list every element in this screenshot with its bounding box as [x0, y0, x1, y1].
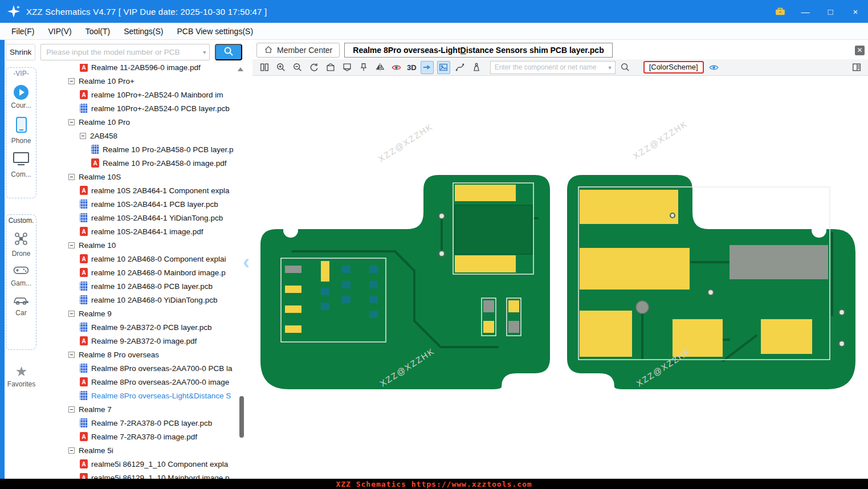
- collapse-expander-icon[interactable]: [68, 242, 75, 248]
- pin-icon[interactable]: [357, 61, 370, 74]
- pcb-pad-teal[interactable]: [369, 266, 378, 273]
- tree-file-row[interactable]: Realme 11-2AB596-0 image.pdf: [38, 64, 245, 74]
- menu-file[interactable]: File(F): [5, 27, 41, 36]
- pcb-pad-yellow[interactable]: [580, 190, 678, 224]
- tree-folder-row[interactable]: Realme 8 Pro overseas: [38, 348, 245, 361]
- tree-folder-row[interactable]: 2AB458: [38, 129, 245, 142]
- collapse-expander-icon[interactable]: [68, 311, 75, 317]
- tree-file-row[interactable]: realme 10S-2AB464-1 image.pdf: [38, 225, 245, 238]
- menu-pcb-view-settings[interactable]: PCB View settings(S): [170, 27, 260, 36]
- tree-file-row[interactable]: Realme 9-2AB372-0 image.pdf: [38, 334, 245, 348]
- close-button[interactable]: ×: [843, 0, 868, 23]
- collapse-expander-icon[interactable]: [68, 78, 75, 84]
- license-icon[interactable]: [768, 0, 793, 23]
- collapse-expander-icon[interactable]: [80, 133, 86, 139]
- tree-file-row[interactable]: Realme 8Pro overseas-2AA700-0 PCB la: [38, 361, 245, 375]
- collapse-expander-icon[interactable]: [68, 174, 75, 180]
- pcb-pad-yellow[interactable]: [321, 261, 329, 282]
- tree-folder-row[interactable]: Realme 10: [38, 238, 245, 252]
- sidebar-item-car[interactable]: Car: [6, 295, 36, 317]
- image-overlay-icon[interactable]: [437, 61, 450, 74]
- collapse-expander-icon[interactable]: [68, 119, 75, 125]
- tree-file-row[interactable]: realme 10Pro+-2AB524-0 PCB layer.pcb: [38, 101, 245, 115]
- pcb-pad-teal[interactable]: [321, 288, 329, 295]
- curve-icon[interactable]: [454, 61, 467, 74]
- scroll-up-icon[interactable]: [238, 67, 243, 71]
- menu-vip[interactable]: VIP(V): [41, 27, 78, 36]
- maximize-button[interactable]: □: [818, 0, 843, 23]
- pcb-pad-gray[interactable]: [483, 300, 494, 312]
- pcb-via[interactable]: [439, 213, 445, 219]
- tree-file-row[interactable]: realme5i 86129_1_10 Component expla: [38, 457, 245, 471]
- tree-file-row[interactable]: Realme 10 Pro-2AB458-0 PCB layer.p: [38, 142, 245, 156]
- tree-file-row[interactable]: realme 10 2AB468-0 Component explai: [38, 252, 245, 266]
- pcb-via[interactable]: [670, 213, 675, 218]
- pcb-viewer-canvas[interactable]: XZZ@XZZHKXZZ@XZZHKXZZ@XZZHKXZZ@XZZHK: [252, 76, 868, 479]
- pcb-pad-teal[interactable]: [342, 296, 351, 303]
- tree-file-row[interactable]: realme 10 2AB468-0 YiDianTong.pcb: [38, 293, 245, 307]
- tree-folder-row[interactable]: Realme 7: [38, 402, 245, 416]
- sidebar-item-phone[interactable]: Phone: [6, 117, 36, 145]
- tree-file-row[interactable]: realme 10S-2AB464-1 PCB layer.pcb: [38, 197, 245, 211]
- model-search-combo[interactable]: ▾: [40, 44, 210, 60]
- pcb-via[interactable]: [708, 290, 714, 295]
- tree-folder-row[interactable]: Realme 10 Pro+: [38, 74, 245, 88]
- arrow-next-icon[interactable]: [421, 61, 434, 74]
- collapse-expander-icon[interactable]: [68, 406, 75, 413]
- tree-file-row[interactable]: realme 10S 2AB464-1 Component expla: [38, 184, 245, 197]
- board-top-icon[interactable]: [324, 61, 337, 74]
- pcb-pad-yellow[interactable]: [285, 305, 301, 313]
- pcb-pad-yellow[interactable]: [455, 185, 516, 201]
- tree-folder-row[interactable]: Realme 5i: [38, 443, 245, 457]
- pcb-pad-teal[interactable]: [342, 266, 351, 273]
- sidebar-item-game[interactable]: Gam...: [6, 265, 36, 287]
- pcb-pad-gray[interactable]: [285, 266, 301, 273]
- tree-file-row[interactable]: Realme 8Pro overseas-Light&Distance S: [38, 389, 245, 402]
- hide-layer-eye-icon[interactable]: [390, 61, 403, 74]
- sidebar-item-drone[interactable]: Drone: [6, 232, 36, 258]
- tree-folder-row[interactable]: Realme 10 Pro: [38, 115, 245, 129]
- pcb-pad-gray[interactable]: [730, 245, 828, 279]
- pcb-pad-yellow[interactable]: [455, 255, 516, 272]
- pcb-pad-teal[interactable]: [321, 303, 329, 310]
- pcb-pad-yellow[interactable]: [761, 319, 812, 354]
- refresh-view-icon[interactable]: [307, 61, 320, 74]
- sidebar-item-favorites[interactable]: ★ Favorites: [5, 365, 38, 389]
- visibility-eye-icon[interactable]: [707, 61, 720, 74]
- collapse-expander-icon[interactable]: [68, 352, 75, 358]
- sidebar-item-course[interactable]: Cour...: [6, 85, 36, 109]
- tab-pcb-file[interactable]: Realme 8Pro overseas-LightDistance Senso…: [344, 43, 612, 58]
- tree-file-row[interactable]: Realme 7-2RA378-0 image.pdf: [38, 430, 245, 443]
- tree-file-row[interactable]: Realme 10 Pro-2AB458-0 image.pdf: [38, 156, 245, 170]
- 3d-view-button[interactable]: 3D: [406, 63, 417, 72]
- right-panel-icon[interactable]: [850, 61, 863, 74]
- tree-file-row[interactable]: realme5i 86129_1_10 Mainbord image.p: [38, 471, 245, 479]
- pcb-pad-yellow[interactable]: [508, 300, 519, 312]
- component-search-combo[interactable]: ▾: [490, 61, 616, 74]
- menu-tool[interactable]: Tool(T): [79, 27, 117, 36]
- pcb-pad-teal[interactable]: [369, 296, 378, 303]
- tree-file-row[interactable]: realme 10 2AB468-0 Mainbord image.p: [38, 266, 245, 279]
- pcb-pad-yellow[interactable]: [580, 248, 690, 290]
- minimize-button[interactable]: —: [793, 0, 818, 23]
- pcb-pad-teal[interactable]: [342, 281, 351, 288]
- split-view-icon[interactable]: [258, 61, 271, 74]
- sidebar-item-computer[interactable]: Com...: [6, 152, 36, 178]
- pcb-pad-yellow[interactable]: [580, 311, 632, 357]
- search-button[interactable]: [215, 44, 242, 60]
- component-search-icon[interactable]: [619, 61, 632, 74]
- pcb-pad-yellow[interactable]: [285, 325, 301, 333]
- pcb-pad-teal[interactable]: [369, 281, 378, 288]
- tree-file-row[interactable]: Realme 7-2RA378-0 PCB layer.pcb: [38, 416, 245, 430]
- pcb-via[interactable]: [439, 251, 445, 256]
- tree-folder-row[interactable]: Realme 9: [38, 307, 245, 320]
- panel-collapse-chevron-icon[interactable]: ‹: [243, 252, 250, 272]
- tree-file-row[interactable]: realme 10 2AB468-0 PCB layer.pcb: [38, 279, 245, 293]
- pcb-pad-gray[interactable]: [508, 321, 519, 333]
- model-search-input[interactable]: [40, 44, 210, 60]
- pcb-disc[interactable]: [636, 301, 649, 313]
- flip-horizontal-icon[interactable]: [373, 61, 386, 74]
- menu-settings[interactable]: Settings(S): [117, 27, 170, 36]
- tree-file-row[interactable]: realme 10S-2AB464-1 YiDianTong.pcb: [38, 211, 245, 225]
- tree-scrollbar-thumb[interactable]: [239, 396, 244, 438]
